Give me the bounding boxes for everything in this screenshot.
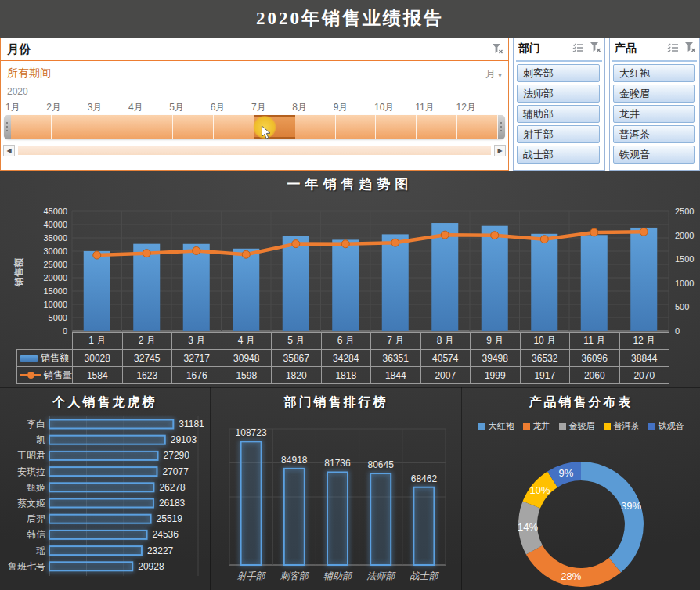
- svg-text:甄姬: 甄姬: [27, 482, 45, 493]
- svg-text:9%: 9%: [559, 467, 574, 479]
- timeline-granularity-dropdown[interactable]: 月▾: [485, 67, 502, 81]
- sales-amount-cell: 35867: [272, 350, 322, 367]
- svg-text:后羿: 后羿: [27, 513, 45, 524]
- report-header: 2020年销售业绩报告: [0, 0, 700, 38]
- svg-text:31181: 31181: [179, 419, 204, 430]
- svg-text:20928: 20928: [138, 561, 164, 572]
- timeline-right-grip[interactable]: [498, 115, 505, 139]
- slicer-item-战士部[interactable]: 战士部: [517, 146, 600, 164]
- divider: [516, 60, 602, 62]
- timeline-month-label: 4月: [128, 101, 169, 114]
- sales-volume-cell: 1623: [122, 367, 172, 384]
- timeline-slicer[interactable]: 月份 所有期间 月▾ 2020 1月2月3月4月5月6月7月8月9月10月11月…: [0, 38, 509, 171]
- month-header-cell: 12 月: [619, 333, 669, 350]
- svg-text:30000: 30000: [43, 246, 67, 256]
- scroll-right-button[interactable]: ▶: [494, 145, 506, 156]
- donut-chart-title: 产品销售分布表: [462, 394, 700, 411]
- timeline-selection-label: 所有期间: [7, 67, 51, 81]
- month-header-cell: 1 月: [73, 333, 123, 350]
- divider: [1, 60, 508, 61]
- timeline-segment[interactable]: [214, 115, 254, 139]
- legend-swatch-icon: [604, 423, 611, 430]
- timeline-segment[interactable]: [11, 115, 52, 139]
- sales-amount-cell: 36096: [570, 350, 620, 367]
- timeline-segment[interactable]: [132, 115, 173, 139]
- timeline-segment[interactable]: [173, 115, 214, 139]
- multi-select-icon[interactable]: [572, 41, 584, 56]
- funnel-x-icon[interactable]: [492, 43, 503, 57]
- svg-text:凯: 凯: [36, 434, 45, 445]
- slicer-item-法师部[interactable]: 法师部: [517, 85, 600, 103]
- slicer-item-铁观音[interactable]: 铁观音: [613, 146, 695, 164]
- svg-text:战士部: 战士部: [410, 570, 439, 581]
- clear-filter-icon[interactable]: [684, 41, 696, 56]
- svg-text:王昭君: 王昭君: [17, 450, 45, 461]
- svg-text:10%: 10%: [530, 484, 550, 496]
- svg-text:20000: 20000: [43, 273, 67, 282]
- svg-text:81736: 81736: [324, 458, 351, 469]
- filter-strip: 月份 所有期间 月▾ 2020 1月2月3月4月5月6月7月8月9月10月11月…: [0, 38, 700, 171]
- slicer-item-大红袍[interactable]: 大红袍: [613, 64, 695, 82]
- svg-text:108723: 108723: [236, 427, 267, 438]
- timeline-left-grip[interactable]: [4, 115, 11, 139]
- svg-text:鲁班七号: 鲁班七号: [8, 561, 45, 572]
- slicer-item-金骏眉[interactable]: 金骏眉: [613, 85, 695, 103]
- svg-text:销售额: 销售额: [13, 257, 24, 287]
- month-header-cell: 10 月: [520, 333, 570, 350]
- svg-text:1500: 1500: [675, 254, 694, 264]
- clear-filter-icon[interactable]: [590, 41, 601, 56]
- slicer-item-普洱茶[interactable]: 普洱茶: [613, 125, 695, 143]
- svg-text:5000: 5000: [49, 313, 67, 322]
- personal-leaderboard-panel: 个人销售龙虎榜 李白31181凯29103王昭君27290安琪拉27077甄姬2…: [0, 387, 210, 590]
- bar-swatch-icon: [20, 355, 38, 362]
- month-header-cell: 2 月: [122, 333, 172, 350]
- timeline-scrollbar[interactable]: ◀ ▶: [3, 145, 506, 157]
- scroll-left-button[interactable]: ◀: [3, 145, 15, 156]
- svg-text:15000: 15000: [43, 286, 67, 296]
- report-title: 2020年销售业绩报告: [0, 0, 700, 38]
- scrollbar-track[interactable]: [18, 146, 491, 155]
- slicer-item-刺客部[interactable]: 刺客部: [517, 64, 600, 82]
- sales-amount-cell: 32745: [122, 350, 172, 367]
- timeline-segments[interactable]: [11, 115, 498, 139]
- trend-table: 1 月2 月3 月4 月5 月6 月7 月8 月9 月10 月11 月12 月销…: [16, 332, 669, 384]
- timeline-segment[interactable]: [52, 115, 92, 139]
- timeline-segment[interactable]: [295, 115, 336, 139]
- multi-select-icon[interactable]: [667, 41, 679, 56]
- sales-amount-cell: 36532: [520, 350, 570, 367]
- timeline-segment[interactable]: [336, 115, 377, 139]
- chevron-down-icon: ▾: [498, 70, 502, 79]
- sales-volume-cell: 2007: [420, 367, 471, 384]
- svg-text:蔡文姬: 蔡文姬: [17, 498, 45, 509]
- timeline-segment[interactable]: [92, 115, 133, 139]
- svg-text:安琪拉: 安琪拉: [17, 466, 45, 477]
- sales-volume-cell: 1820: [272, 367, 322, 384]
- legend-item-龙井: 龙井: [523, 420, 550, 432]
- line-swatch-icon: [20, 374, 41, 376]
- sales-amount-cell: 30028: [73, 350, 123, 367]
- timeline-segment[interactable]: [457, 115, 498, 139]
- department-ranking-panel: 部门销售排行榜 108723射手部84918刺客部81736辅助部80645法师…: [211, 387, 461, 590]
- timeline-month-labels: 1月2月3月4月5月6月7月8月9月10月11月12月: [5, 101, 497, 114]
- month-header-cell: 4 月: [222, 333, 272, 350]
- svg-text:27290: 27290: [164, 450, 190, 461]
- slicer-item-龙井[interactable]: 龙井: [613, 105, 695, 123]
- timeline-track[interactable]: [4, 115, 505, 139]
- timeline-title: 月份: [7, 42, 31, 57]
- sales-amount-cell: 36351: [371, 350, 421, 367]
- product-distribution-panel: 产品销售分布表 大红袍龙井金骏眉普洱茶铁观音 39%28%14%10%9%: [462, 387, 700, 590]
- timeline-clear-filter-button[interactable]: [492, 43, 503, 57]
- timeline-segment[interactable]: [417, 115, 457, 139]
- timeline-month-label: 7月: [251, 101, 292, 114]
- month-header-cell: 3 月: [172, 333, 222, 350]
- legend-swatch-icon: [523, 423, 530, 430]
- timeline-segment[interactable]: [376, 115, 417, 139]
- svg-text:瑶: 瑶: [36, 545, 45, 556]
- slicer-item-辅助部[interactable]: 辅助部: [517, 105, 600, 123]
- slicer-item-射手部[interactable]: 射手部: [517, 125, 600, 143]
- svg-text:80645: 80645: [368, 459, 395, 470]
- timeline-month-label: 9月: [334, 101, 374, 114]
- svg-text:84918: 84918: [281, 455, 308, 466]
- sales-amount-cell: 39498: [471, 350, 521, 367]
- svg-text:刺客部: 刺客部: [280, 570, 310, 581]
